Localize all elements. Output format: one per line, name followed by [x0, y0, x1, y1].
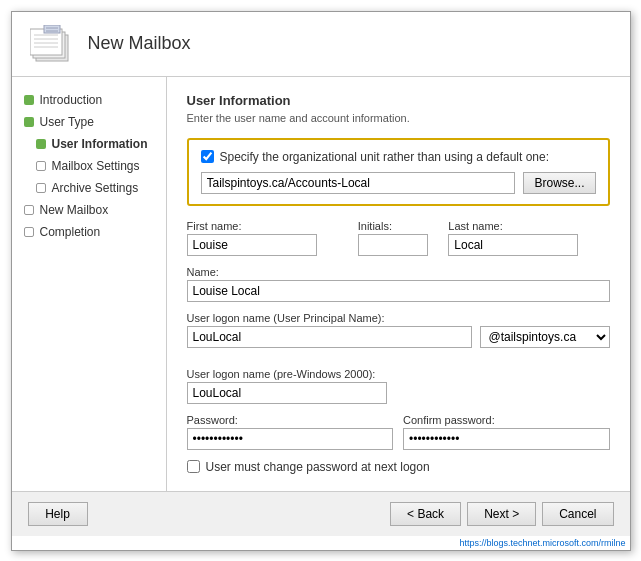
- name-label: Name:: [187, 266, 610, 278]
- ou-section: Specify the organizational unit rather t…: [187, 138, 610, 206]
- first-name-field: First name:: [187, 220, 348, 256]
- must-change-row: User must change password at next logon: [187, 460, 610, 474]
- name-field: Name:: [187, 266, 610, 302]
- main-content: User Information Enter the user name and…: [167, 77, 630, 491]
- white-dot-icon: [24, 205, 34, 215]
- sidebar-item-completion[interactable]: Completion: [12, 221, 166, 243]
- password-row: Password: Confirm password:: [187, 414, 610, 450]
- dialog-footer: Help < Back Next > Cancel: [12, 491, 630, 536]
- svg-rect-7: [44, 25, 60, 33]
- upn-input-row: @tailspintoys.ca: [187, 326, 610, 348]
- last-name-field: Last name:: [448, 220, 609, 256]
- white-dot-icon: [24, 227, 34, 237]
- sidebar: Introduction User Type User Information …: [12, 77, 167, 491]
- dialog-title: New Mailbox: [88, 33, 191, 54]
- pre2000-label: User logon name (pre-Windows 2000):: [187, 368, 610, 380]
- ou-checkbox-label: Specify the organizational unit rather t…: [220, 150, 550, 164]
- domain-select[interactable]: @tailspintoys.ca: [480, 326, 610, 348]
- sidebar-item-archive-settings[interactable]: Archive Settings: [12, 177, 166, 199]
- white-dot-icon: [36, 183, 46, 193]
- mailbox-icon: [28, 24, 76, 64]
- sidebar-label: User Type: [40, 115, 94, 129]
- first-name-label: First name:: [187, 220, 348, 232]
- ou-path-input[interactable]: [201, 172, 516, 194]
- sidebar-item-user-information[interactable]: User Information: [12, 133, 166, 155]
- ou-checkbox[interactable]: [201, 150, 214, 163]
- first-name-input[interactable]: [187, 234, 317, 256]
- confirm-password-field: Confirm password:: [403, 414, 610, 450]
- last-name-input[interactable]: [448, 234, 578, 256]
- upn-field: User logon name (User Principal Name): @…: [187, 312, 610, 358]
- new-mailbox-dialog: New Mailbox Introduction User Type User …: [11, 11, 631, 551]
- green-dot-icon: [36, 139, 46, 149]
- password-input[interactable]: [187, 428, 394, 450]
- sidebar-item-user-type[interactable]: User Type: [12, 111, 166, 133]
- section-subtitle: Enter the user name and account informat…: [187, 112, 610, 124]
- ou-input-row: Browse...: [201, 172, 596, 194]
- pre2000-field: User logon name (pre-Windows 2000):: [187, 368, 610, 404]
- dialog-header: New Mailbox: [12, 12, 630, 77]
- last-name-label: Last name:: [448, 220, 609, 232]
- sidebar-label: Archive Settings: [52, 181, 139, 195]
- sidebar-label: New Mailbox: [40, 203, 109, 217]
- back-button[interactable]: < Back: [390, 502, 461, 526]
- next-button[interactable]: Next >: [467, 502, 536, 526]
- section-title: User Information: [187, 93, 610, 108]
- browse-button[interactable]: Browse...: [523, 172, 595, 194]
- confirm-password-input[interactable]: [403, 428, 610, 450]
- sidebar-label: Mailbox Settings: [52, 159, 140, 173]
- sidebar-label: User Information: [52, 137, 148, 151]
- confirm-password-label: Confirm password:: [403, 414, 610, 426]
- footer-right: < Back Next > Cancel: [390, 502, 613, 526]
- initials-label: Initials:: [358, 220, 439, 232]
- password-label: Password:: [187, 414, 394, 426]
- sidebar-label: Completion: [40, 225, 101, 239]
- cancel-button[interactable]: Cancel: [542, 502, 613, 526]
- green-dot-icon: [24, 117, 34, 127]
- password-field: Password:: [187, 414, 394, 450]
- name-fields-row: First name: Initials: Last name:: [187, 220, 610, 256]
- upn-label: User logon name (User Principal Name):: [187, 312, 610, 324]
- footer-left: Help: [28, 502, 88, 526]
- help-button[interactable]: Help: [28, 502, 88, 526]
- sidebar-item-introduction[interactable]: Introduction: [12, 89, 166, 111]
- initials-field: Initials:: [358, 220, 439, 256]
- pre2000-input[interactable]: [187, 382, 387, 404]
- must-change-checkbox[interactable]: [187, 460, 200, 473]
- sidebar-label: Introduction: [40, 93, 103, 107]
- sidebar-item-new-mailbox[interactable]: New Mailbox: [12, 199, 166, 221]
- upn-input[interactable]: [187, 326, 472, 348]
- must-change-label: User must change password at next logon: [206, 460, 430, 474]
- dialog-body: Introduction User Type User Information …: [12, 77, 630, 491]
- sidebar-item-mailbox-settings[interactable]: Mailbox Settings: [12, 155, 166, 177]
- green-dot-icon: [24, 95, 34, 105]
- initials-input[interactable]: [358, 234, 428, 256]
- name-row: Name:: [187, 266, 610, 302]
- ou-checkbox-row: Specify the organizational unit rather t…: [201, 150, 596, 164]
- watermark: https://blogs.technet.microsoft.com/rmil…: [12, 536, 630, 550]
- name-input[interactable]: [187, 280, 610, 302]
- white-dot-icon: [36, 161, 46, 171]
